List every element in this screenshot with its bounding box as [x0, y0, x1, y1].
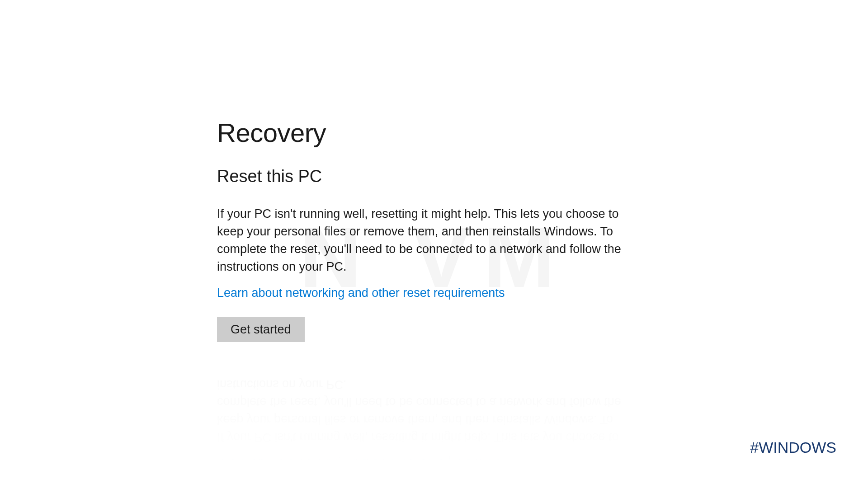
hashtag-label: #WINDOWS	[750, 439, 836, 456]
learn-more-link[interactable]: Learn about networking and other reset r…	[217, 286, 505, 300]
get-started-button[interactable]: Get started	[217, 317, 305, 342]
reset-section-title: Reset this PC	[217, 167, 651, 186]
page-title: Recovery	[217, 117, 651, 148]
reflection-fade	[0, 361, 868, 488]
reflection-effect: Get started Learn about networking and o…	[217, 375, 651, 488]
reset-description: If your PC isn't running well, resetting…	[217, 205, 642, 276]
recovery-panel: Recovery Reset this PC If your PC isn't …	[217, 117, 651, 342]
